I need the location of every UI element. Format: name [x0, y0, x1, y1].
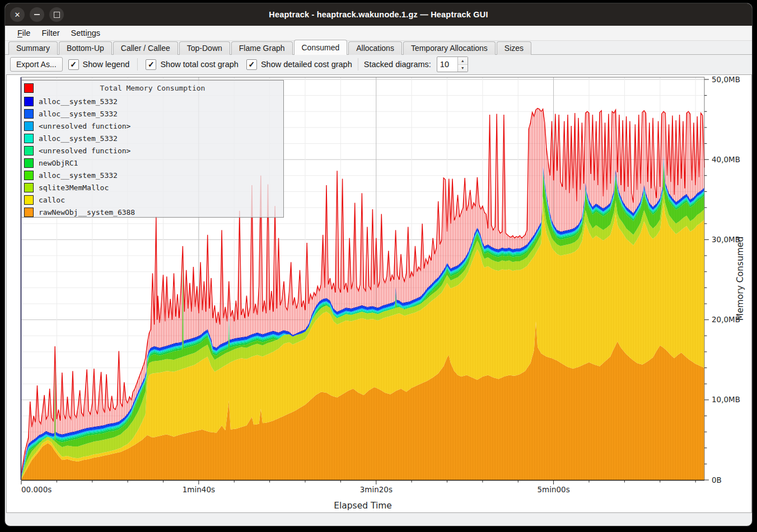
legend-item-label: sqlite3MemMalloc [39, 183, 109, 192]
close-icon: ✕ [15, 11, 21, 18]
checkbox-icon: ✓ [246, 59, 257, 70]
x-tick-label: 00.000s [21, 485, 52, 494]
tab-bottom-up[interactable]: Bottom-Up [59, 41, 112, 55]
toolbar-separator [137, 58, 138, 70]
titlebar: ✕ Heaptrack - heaptrack.wakunode.1.gz — … [5, 3, 752, 26]
checkbox-show-detailed-cost-graph[interactable]: ✓Show detailed cost graph [246, 59, 352, 70]
legend-swatch [24, 134, 34, 143]
legend-swatch [24, 183, 34, 192]
y-tick-label: 50,0MB [712, 75, 740, 84]
legend-item: calloc [22, 194, 283, 206]
legend-swatch [24, 171, 34, 180]
toolbar: Export As... ✓Show legend✓Show total cos… [5, 55, 752, 74]
legend-item: alloc__system_5332 [22, 132, 283, 144]
spin-up-button[interactable]: ▲ [458, 57, 468, 65]
legend-swatch [24, 109, 34, 119]
x-tick-label: 1min40s [183, 485, 215, 494]
legend-item: <unresolved function> [22, 144, 283, 157]
spin-down-button[interactable]: ▼ [458, 65, 468, 72]
menu-item-filter[interactable]: Filter [36, 27, 65, 39]
legend-item: rawNewObj__system_6388 [22, 206, 283, 218]
legend-item: alloc__system_5332 [22, 95, 283, 107]
x-tick-label: 5min00s [537, 485, 569, 494]
tab-bar: SummaryBottom-UpCaller / CalleeTop-DownF… [5, 41, 752, 55]
export-as-button[interactable]: Export As... [10, 57, 63, 72]
legend-title: Total Memory Consumption [22, 84, 283, 92]
legend-item-label: rawNewObj__system_6388 [39, 208, 135, 216]
y-tick-label: 10,0MB [712, 395, 740, 404]
toolbar-separator [358, 58, 358, 70]
checkbox-label: Show total cost graph [160, 60, 238, 69]
checkbox-label: Show detailed cost graph [261, 60, 352, 69]
chart-area[interactable]: 00.000s1min40s3min20s5min00s0B10,0MB20,0… [6, 74, 752, 513]
tab-caller-callee[interactable]: Caller / Callee [113, 41, 178, 55]
window-title: Heaptrack - heaptrack.wakunode.1.gz — He… [5, 10, 752, 19]
tab-allocations[interactable]: Allocations [348, 41, 402, 55]
legend-item: newObjRC1 [22, 157, 283, 169]
stacked-diagrams-spinbox[interactable]: 10 ▲▼ [437, 57, 468, 72]
legend-item-label: alloc__system_5332 [39, 134, 118, 143]
legend-item-label: calloc [39, 196, 65, 204]
x-tick-label: 3min20s [360, 485, 392, 494]
tab-consumed[interactable]: Consumed [294, 40, 348, 55]
x-axis-title: Elapsed Time [334, 501, 392, 511]
close-button[interactable]: ✕ [10, 7, 25, 22]
legend-title-row: Total Memory Consumption [22, 81, 283, 95]
legend-item-label: newObjRC1 [39, 159, 78, 167]
legend-item-label: alloc__system_5332 [39, 110, 118, 118]
legend-item: <unresolved function> [22, 120, 283, 132]
legend-swatch [24, 195, 34, 205]
heaptrack-window: ✕ Heaptrack - heaptrack.wakunode.1.gz — … [4, 3, 753, 526]
tab-sizes[interactable]: Sizes [497, 41, 531, 55]
chart-legend: Total Memory Consumptionalloc__system_53… [21, 80, 284, 218]
tab-temporary-allocations[interactable]: Temporary Allocations [403, 41, 496, 55]
legend-item: alloc__system_5332 [22, 169, 283, 181]
y-axis-title: Memory Consumed [735, 237, 745, 321]
maximize-button[interactable] [49, 7, 64, 22]
legend-item-label: alloc__system_5332 [39, 97, 118, 106]
minimize-icon [34, 14, 40, 15]
maximize-icon [54, 12, 60, 18]
legend-swatch [24, 97, 34, 106]
window-controls: ✕ [10, 7, 64, 22]
spinner-buttons: ▲▼ [457, 57, 468, 72]
checkbox-show-total-cost-graph[interactable]: ✓Show total cost graph [146, 59, 238, 70]
desktop-background: ✕ Heaptrack - heaptrack.wakunode.1.gz — … [0, 0, 757, 532]
y-tick-label: 0B [712, 475, 722, 484]
legend-item: alloc__system_5332 [22, 107, 283, 120]
legend-swatch [24, 208, 34, 217]
checkbox-show-legend[interactable]: ✓Show legend [68, 59, 130, 70]
legend-item: sqlite3MemMalloc [22, 181, 283, 194]
checkbox-icon: ✓ [68, 59, 79, 70]
checkbox-icon: ✓ [146, 59, 156, 70]
legend-item-label: <unresolved function> [39, 147, 130, 155]
minimize-button[interactable] [30, 7, 44, 22]
legend-swatch [24, 121, 34, 131]
legend-swatch [24, 146, 34, 156]
legend-item-label: <unresolved function> [39, 122, 130, 130]
menubar: FileFilterSettings [5, 26, 752, 41]
legend-item-label: alloc__system_5332 [39, 171, 118, 180]
stacked-diagrams-value: 10 [437, 57, 457, 72]
checkbox-label: Show legend [83, 60, 130, 69]
legend-swatch [24, 158, 34, 168]
menu-item-settings[interactable]: Settings [66, 27, 106, 39]
y-tick-label: 40,0MB [712, 155, 740, 164]
tab-flame-graph[interactable]: Flame Graph [231, 41, 293, 55]
tab-summary[interactable]: Summary [8, 41, 58, 55]
stacked-diagrams-label: Stacked diagrams: [364, 60, 431, 69]
tab-top-down[interactable]: Top-Down [179, 41, 230, 55]
menu-item-file[interactable]: File [12, 27, 36, 39]
